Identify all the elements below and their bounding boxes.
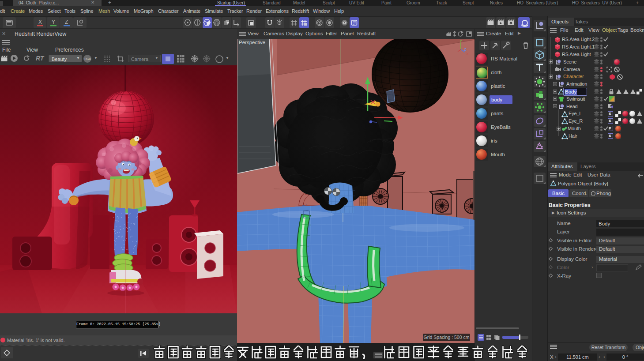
svg-text:RGB: RGB	[85, 57, 91, 60]
svg-text:X: X	[466, 52, 469, 56]
svg-text:Y: Y	[459, 39, 462, 43]
svg-text:X: X	[38, 19, 42, 25]
svg-text:Y: Y	[52, 19, 55, 25]
svg-text:Z: Z	[464, 47, 467, 52]
svg-text:Z: Z	[65, 19, 68, 25]
